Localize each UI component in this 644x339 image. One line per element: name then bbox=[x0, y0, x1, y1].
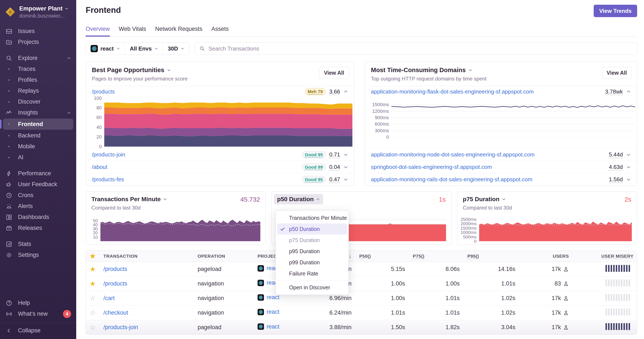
chevron-down-icon bbox=[180, 47, 184, 50]
line-plot[interactable] bbox=[391, 102, 635, 137]
person-icon bbox=[563, 325, 569, 330]
column-header-label[interactable]: USER MISERY bbox=[601, 254, 634, 259]
stacked-area-plot[interactable] bbox=[104, 98, 352, 147]
chevron-down-icon[interactable] bbox=[344, 177, 348, 182]
column-header-label[interactable]: P95() bbox=[467, 254, 479, 259]
sidebar-item-traces[interactable]: Traces bbox=[0, 63, 76, 74]
domains-view-all-button[interactable]: View All bbox=[602, 67, 632, 78]
sidebar-item-explore[interactable]: Explore bbox=[0, 53, 76, 63]
domain-link[interactable]: application-monitoring-flask-dot-sales-e… bbox=[371, 88, 534, 95]
chevron-up-icon[interactable] bbox=[626, 89, 631, 94]
sidebar-item-ai[interactable]: AI bbox=[0, 152, 76, 163]
env-filter[interactable]: All Envs bbox=[125, 42, 163, 54]
transactions-table: ★TRANSACTIONOPERATIONPROJECT↓P50()P75()P… bbox=[86, 250, 637, 335]
menu-item-failure-rate[interactable]: Failure Rate bbox=[277, 268, 347, 279]
menu-item-p95-duration[interactable]: p95 Duration bbox=[277, 246, 347, 257]
star-icon[interactable]: ☆ bbox=[90, 295, 96, 302]
sidebar-item-frontend[interactable]: Frontend bbox=[3, 119, 73, 130]
chevron-down-icon bbox=[154, 47, 158, 50]
sidebar-item-alerts[interactable]: Alerts bbox=[0, 201, 76, 212]
project-filter[interactable]: react bbox=[86, 42, 125, 54]
p95-cell: 1.01s bbox=[464, 276, 519, 291]
column-header-label[interactable]: P50() bbox=[359, 254, 371, 259]
star-icon[interactable]: ★ bbox=[90, 265, 96, 273]
sidebar-item-collapse[interactable]: Collapse bbox=[0, 325, 76, 336]
transaction-link[interactable]: /cart bbox=[104, 295, 115, 301]
column-header-label[interactable]: P75() bbox=[413, 254, 424, 259]
project-link[interactable]: react bbox=[266, 294, 280, 301]
sidebar-item-stats[interactable]: Stats bbox=[0, 239, 76, 250]
transaction-link[interactable]: /products bbox=[104, 280, 127, 287]
sidebar-item-crons[interactable]: Crons bbox=[0, 190, 76, 201]
sidebar-item-help[interactable]: Help bbox=[0, 298, 76, 308]
transaction-link[interactable]: /checkout bbox=[104, 310, 128, 316]
domain-link[interactable]: springboot-dot-sales-engineering-sf.apps… bbox=[371, 164, 492, 170]
project-link[interactable]: react bbox=[266, 323, 280, 330]
domain-link[interactable]: application-monitoring-node-dot-sales-en… bbox=[371, 151, 534, 158]
date-filter[interactable]: 30D bbox=[163, 42, 189, 54]
sidebar-item-releases[interactable]: Releases bbox=[0, 223, 76, 234]
sidebar-item-insights[interactable]: Insights bbox=[0, 107, 76, 118]
p95-cell: 3.04s bbox=[464, 320, 519, 335]
area-plot[interactable] bbox=[100, 219, 260, 241]
row-value: 0.47 bbox=[329, 176, 340, 183]
search-input[interactable] bbox=[208, 45, 633, 52]
sidebar-item-settings[interactable]: Settings bbox=[0, 250, 76, 261]
sidebar-item-label: Stats bbox=[18, 241, 31, 247]
page-link[interactable]: /products bbox=[92, 88, 115, 95]
sidebar-item-profiles[interactable]: Profiles bbox=[0, 74, 76, 85]
menu-item-p75-duration[interactable]: p75 Duration bbox=[277, 235, 347, 246]
bpo-view-all-button[interactable]: View All bbox=[319, 67, 349, 78]
tpm-metric-selector[interactable]: Transactions Per Minute bbox=[92, 196, 167, 203]
p75-metric-selector[interactable]: p75 Duration bbox=[463, 196, 506, 203]
menu-item-p50-duration[interactable]: p50 Duration bbox=[277, 223, 347, 235]
page-link[interactable]: /products-fes bbox=[92, 176, 124, 183]
page-link[interactable]: /about bbox=[92, 164, 107, 170]
sidebar-item-projects[interactable]: Projects bbox=[0, 36, 76, 47]
menu-item-label: p75 Duration bbox=[289, 237, 320, 243]
area-plot[interactable] bbox=[479, 219, 632, 241]
project-link[interactable]: react bbox=[266, 309, 280, 315]
tab-web-vitals[interactable]: Web Vitals bbox=[119, 26, 146, 36]
org-switcher[interactable]: Empower Plant dominik.buszowiec... bbox=[0, 0, 76, 24]
domains-title: Most Time-Consuming Domains bbox=[371, 66, 466, 74]
star-icon[interactable]: ★ bbox=[90, 280, 96, 288]
chevron-up-icon[interactable] bbox=[344, 89, 348, 94]
chevron-down-icon[interactable] bbox=[344, 165, 348, 169]
column-header-p50-[interactable]: P50() bbox=[356, 251, 409, 262]
menu-item-p99-duration[interactable]: p99 Duration bbox=[277, 257, 347, 268]
page-link[interactable]: /products-join bbox=[92, 151, 125, 158]
chevron-down-icon[interactable] bbox=[468, 68, 472, 72]
tab-overview[interactable]: Overview bbox=[86, 26, 110, 36]
view-trends-button[interactable]: View Trends bbox=[594, 5, 637, 17]
menu-item-transactions-per-minute[interactable]: Transactions Per Minute bbox=[277, 212, 347, 223]
domain-link[interactable]: application-monitoring-rails-dot-sales-e… bbox=[371, 176, 532, 183]
p50-metric-selector[interactable]: p50 Duration bbox=[274, 194, 323, 204]
sidebar-item-dashboards[interactable]: Dashboards bbox=[0, 212, 76, 223]
sidebar-item-user-feedback[interactable]: User Feedback bbox=[0, 179, 76, 190]
column-header-p95-[interactable]: P95() bbox=[464, 251, 519, 262]
sidebar-item-mobile[interactable]: Mobile bbox=[0, 141, 76, 152]
transaction-link[interactable]: /products bbox=[104, 266, 127, 272]
star-icon[interactable]: ☆ bbox=[90, 309, 96, 317]
star-icon[interactable]: ☆ bbox=[90, 324, 96, 331]
chevron-down-icon[interactable] bbox=[344, 152, 348, 157]
tab-network-requests[interactable]: Network Requests bbox=[155, 26, 202, 36]
chevron-down-icon[interactable] bbox=[626, 152, 631, 157]
menu-item-open-in-discover[interactable]: Open in Discover bbox=[277, 282, 347, 293]
transaction-link[interactable]: /products-join bbox=[104, 324, 138, 331]
column-header-user-misery[interactable]: USER MISERY bbox=[573, 251, 637, 262]
sidebar-item-issues[interactable]: Issues bbox=[0, 26, 76, 36]
tab-assets[interactable]: Assets bbox=[211, 26, 229, 36]
chevron-down-icon[interactable] bbox=[167, 68, 171, 72]
sidebar-item-replays[interactable]: Replays bbox=[0, 85, 76, 96]
chevron-down-icon[interactable] bbox=[626, 177, 631, 182]
sidebar-item-discover[interactable]: Discover bbox=[0, 96, 76, 107]
chevron-down-icon[interactable] bbox=[626, 165, 631, 169]
sidebar-item-whats-new[interactable]: What's new4 bbox=[0, 308, 76, 319]
sidebar-item-backend[interactable]: Backend bbox=[0, 130, 76, 141]
column-header-operation: OPERATION bbox=[194, 251, 254, 262]
whats-new-count-badge: 4 bbox=[63, 310, 71, 318]
sidebar-item-performance[interactable]: Performance bbox=[0, 168, 76, 179]
column-header-p75-[interactable]: P75() bbox=[409, 251, 464, 262]
